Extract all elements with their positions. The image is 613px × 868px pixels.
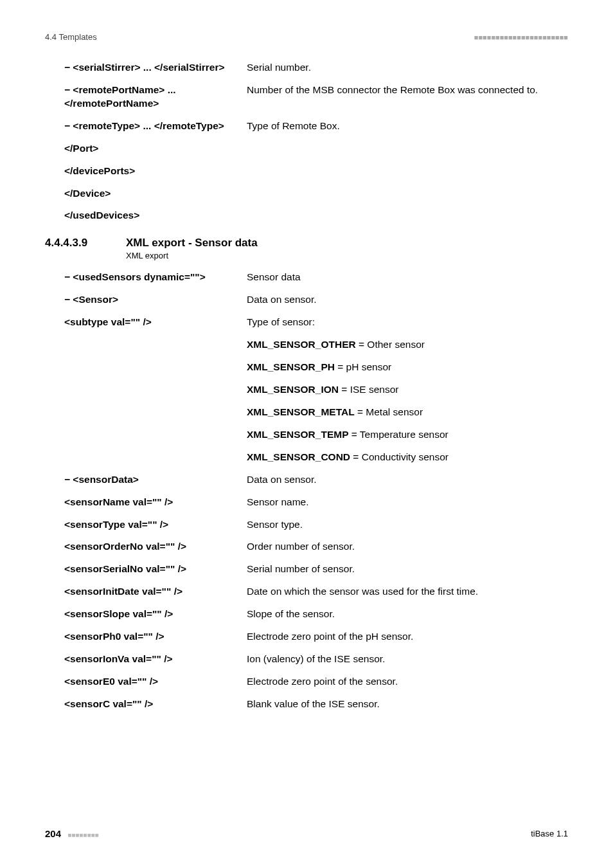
- description: Date on which the sensor was used for th…: [244, 585, 568, 599]
- content: − <serialStirrer> ... </serialStirrer>Se…: [45, 61, 568, 711]
- definition-row: XML_SENSOR_TEMP = Temperature sensor: [64, 428, 568, 442]
- definition-row: <sensorInitDate val="" />Date on which t…: [64, 585, 568, 599]
- xml-tag: <sensorSlope val="" />: [64, 608, 244, 621]
- definition-row: <sensorIonVa val="" />Ion (valency) of t…: [64, 653, 568, 666]
- definition-row: XML_SENSOR_ION = ISE sensor: [64, 383, 568, 397]
- description: XML_SENSOR_ION = ISE sensor: [244, 383, 568, 397]
- xml-tag: <subtype val="" />: [64, 316, 244, 329]
- definition-row: <sensorOrderNo val="" />Order number of …: [64, 540, 568, 554]
- definition-row: <sensorSerialNo val="" />Serial number o…: [64, 563, 568, 576]
- definition-row: </usedDevices>: [64, 209, 568, 222]
- definition-row: <sensorName val="" />Sensor name.: [64, 496, 568, 509]
- header-squares: ■■■■■■■■■■■■■■■■■■■■■■: [474, 33, 568, 41]
- definition-row: − <usedSensors dynamic="">Sensor data: [64, 271, 568, 284]
- definition-row: </devicePorts>: [64, 165, 568, 178]
- definition-row: XML_SENSOR_METAL = Metal sensor: [64, 406, 568, 419]
- definition-row: − <remotePortName> ... </remotePortName>…: [64, 84, 568, 111]
- description: Serial number.: [244, 61, 568, 75]
- xml-tag: </Device>: [64, 187, 244, 201]
- description: XML_SENSOR_TEMP = Temperature sensor: [244, 428, 568, 442]
- xml-tag: − <serialStirrer> ... </serialStirrer>: [64, 61, 244, 75]
- description: Blank value of the ISE sensor.: [244, 698, 568, 711]
- description: Data on sensor.: [244, 293, 568, 307]
- xml-tag: </devicePorts>: [64, 165, 244, 178]
- footer-page: 204 ■■■■■■■■: [45, 828, 99, 839]
- description: XML_SENSOR_OTHER = Other sensor: [244, 338, 568, 352]
- xml-tag: <sensorE0 val="" />: [64, 675, 244, 689]
- section-title: XML export - Sensor data: [126, 237, 258, 249]
- description: Type of sensor:: [244, 316, 568, 329]
- xml-tag: − <remoteType> ... </remoteType>: [64, 120, 244, 133]
- definition-row: − <serialStirrer> ... </serialStirrer>Se…: [64, 61, 568, 75]
- definition-row: <sensorE0 val="" />Electrode zero point …: [64, 675, 568, 689]
- footer-squares: ■■■■■■■■: [67, 831, 98, 838]
- description: Data on sensor.: [244, 473, 568, 487]
- section-heading: 4.4.4.3.9 XML export - Sensor data: [45, 237, 568, 249]
- definition-row: </Port>: [64, 142, 568, 156]
- page-footer: 204 ■■■■■■■■ tiBase 1.1: [45, 828, 568, 839]
- xml-tag: <sensorC val="" />: [64, 698, 244, 711]
- xml-tag: <sensorOrderNo val="" />: [64, 540, 244, 554]
- xml-tag: − <sensorData>: [64, 473, 244, 487]
- description: Ion (valency) of the ISE sensor.: [244, 653, 568, 666]
- description: Number of the MSB connector the Remote B…: [244, 84, 568, 97]
- definition-row: <sensorSlope val="" />Slope of the senso…: [64, 608, 568, 621]
- definition-row: <sensorC val="" />Blank value of the ISE…: [64, 698, 568, 711]
- xml-tag: <sensorIonVa val="" />: [64, 653, 244, 666]
- page-header: 4.4 Templates ■■■■■■■■■■■■■■■■■■■■■■: [45, 32, 568, 42]
- description: Type of Remote Box.: [244, 120, 568, 133]
- definition-row: </Device>: [64, 187, 568, 201]
- xml-tag: − <remotePortName> ... </remotePortName>: [64, 84, 244, 111]
- footer-product: tiBase 1.1: [531, 829, 568, 838]
- description: XML_SENSOR_COND = Conductivity sensor: [244, 451, 568, 464]
- definition-row: <subtype val="" />Type of sensor:: [64, 316, 568, 329]
- description: Sensor data: [244, 271, 568, 284]
- section-subhead: XML export: [126, 251, 568, 260]
- xml-tag: <sensorName val="" />: [64, 496, 244, 509]
- xml-tag: <sensorPh0 val="" />: [64, 630, 244, 644]
- description: Sensor type.: [244, 518, 568, 532]
- definition-row: XML_SENSOR_OTHER = Other sensor: [64, 338, 568, 352]
- xml-tag: <sensorInitDate val="" />: [64, 585, 244, 599]
- description: Electrode zero point of the pH sensor.: [244, 630, 568, 644]
- description: Order number of sensor.: [244, 540, 568, 554]
- description: XML_SENSOR_METAL = Metal sensor: [244, 406, 568, 419]
- definition-row: XML_SENSOR_COND = Conductivity sensor: [64, 451, 568, 464]
- definition-row: − <sensorData>Data on sensor.: [64, 473, 568, 487]
- description: Slope of the sensor.: [244, 608, 568, 621]
- description: Sensor name.: [244, 496, 568, 509]
- header-left: 4.4 Templates: [45, 32, 97, 42]
- description: Serial number of sensor.: [244, 563, 568, 576]
- xml-tag: <sensorType val="" />: [64, 518, 244, 532]
- xml-tag: <sensorSerialNo val="" />: [64, 563, 244, 576]
- definition-row: XML_SENSOR_PH = pH sensor: [64, 361, 568, 374]
- xml-tag: </Port>: [64, 142, 244, 156]
- description: XML_SENSOR_PH = pH sensor: [244, 361, 568, 374]
- xml-tag: − <usedSensors dynamic="">: [64, 271, 244, 284]
- xml-tag: </usedDevices>: [64, 209, 244, 222]
- definition-row: − <remoteType> ... </remoteType>Type of …: [64, 120, 568, 133]
- description: Electrode zero point of the sensor.: [244, 675, 568, 689]
- section-number: 4.4.4.3.9: [45, 237, 126, 249]
- definition-row: <sensorType val="" />Sensor type.: [64, 518, 568, 532]
- definition-row: <sensorPh0 val="" />Electrode zero point…: [64, 630, 568, 644]
- xml-tag: − <Sensor>: [64, 293, 244, 307]
- definition-row: − <Sensor>Data on sensor.: [64, 293, 568, 307]
